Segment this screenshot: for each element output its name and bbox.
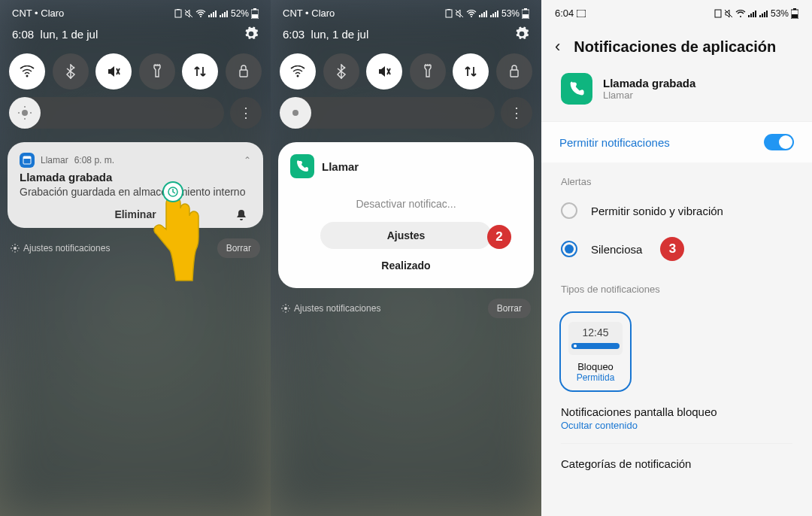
svg-rect-13	[252, 14, 258, 18]
qs-data[interactable]	[453, 53, 489, 90]
settings-icon[interactable]	[514, 26, 529, 41]
battery-level-icon	[522, 8, 529, 19]
row-title: Notificaciones pantalla bloqueo	[561, 405, 792, 418]
svg-rect-12	[253, 8, 256, 10]
svg-rect-5	[213, 12, 214, 17]
gear-icon	[281, 304, 290, 313]
chevron-up-icon[interactable]: ⌃	[244, 155, 251, 165]
svg-point-45	[740, 16, 741, 17]
qs-wifi[interactable]	[9, 53, 45, 90]
svg-point-42	[284, 307, 287, 310]
svg-rect-32	[490, 15, 492, 17]
brightness-slider-row: ⋮	[271, 97, 541, 138]
status-bar: CNT • Claro 52%	[0, 0, 271, 23]
notification-settings-link[interactable]: Ajustes notificaciones	[281, 303, 380, 314]
brightness-thumb[interactable]	[9, 97, 41, 129]
svg-point-23	[14, 247, 17, 250]
status-icons: 52%	[174, 8, 259, 19]
qs-flashlight[interactable]	[139, 53, 175, 90]
settings-option[interactable]: Ajustes 2	[320, 222, 492, 249]
qs-bluetooth[interactable]	[53, 53, 89, 90]
qs-mute[interactable]	[366, 53, 402, 90]
notification-categories-row[interactable]: Categorías de notificación	[541, 444, 812, 473]
notification-card[interactable]: Llamar 6:08 p. m. ⌃ Llamada grabada Grab…	[8, 142, 263, 228]
svg-point-41	[292, 110, 298, 116]
signal-icon	[479, 10, 488, 17]
row-title: Categorías de notificación	[561, 457, 792, 470]
allow-toggle[interactable]	[764, 134, 794, 150]
qs-bluetooth[interactable]	[323, 53, 359, 90]
qs-lock[interactable]	[226, 53, 262, 90]
svg-rect-38	[523, 14, 529, 18]
status-bar: 6:04 53%	[541, 0, 812, 23]
svg-rect-6	[215, 11, 217, 17]
step-badge-2: 2	[487, 225, 511, 249]
types-section-header: Tipos de notificaciones	[541, 270, 812, 301]
svg-rect-56	[792, 14, 798, 18]
card-header: Llamar	[290, 154, 522, 178]
time-row: 6:08 lun, 1 de jul	[0, 23, 271, 49]
radio-label: Silenciosa	[591, 243, 642, 256]
notification-actions: Eliminar	[20, 208, 251, 220]
notification-footer: Ajustes notificaciones Borrar	[0, 232, 271, 264]
wifi-icon	[735, 10, 746, 17]
mute-icon	[184, 9, 193, 18]
row-subtitle: Ocultar contenido	[561, 420, 792, 431]
app-info-text: Llamada grabada Llamar	[603, 77, 695, 101]
qs-data[interactable]	[182, 53, 218, 90]
svg-rect-49	[755, 11, 756, 17]
settings-icon[interactable]	[244, 26, 259, 41]
brightness-more-button[interactable]: ⋮	[230, 97, 262, 129]
svg-rect-25	[446, 10, 452, 17]
lockscreen-type-card[interactable]: 12:45 Bloqueo Permitida	[559, 311, 632, 392]
notification-title: Llamada grabada	[20, 171, 251, 184]
qs-flashlight[interactable]	[410, 53, 446, 90]
svg-rect-30	[483, 12, 485, 17]
brightness-more-button[interactable]: ⋮	[501, 97, 532, 129]
status-icons: 53%	[714, 8, 798, 19]
clear-button[interactable]: Borrar	[488, 299, 531, 318]
tap-indicator	[150, 192, 203, 282]
radio-label: Permitir sonido y vibración	[591, 205, 723, 217]
svg-rect-37	[524, 8, 527, 10]
disable-notifications-option[interactable]: Desactivar notificac...	[290, 189, 522, 216]
svg-rect-7	[220, 15, 221, 17]
brightness-thumb[interactable]	[280, 97, 311, 129]
signal-icon	[208, 10, 217, 17]
gear-icon	[11, 244, 20, 253]
battery-icon	[714, 9, 722, 18]
brightness-slider[interactable]	[9, 97, 224, 129]
done-option[interactable]: Realizado	[290, 249, 522, 278]
radio-button-selected[interactable]	[561, 241, 577, 257]
page-header: ‹ Notificaciones de aplicación	[541, 23, 812, 73]
qs-wifi[interactable]	[280, 53, 316, 90]
signal-icon	[748, 10, 757, 17]
svg-rect-52	[764, 12, 765, 17]
qs-mute[interactable]	[95, 53, 132, 90]
svg-point-39	[297, 75, 299, 77]
brightness-slider-row: ⋮	[0, 97, 271, 138]
lockscreen-notifications-row[interactable]: Notificaciones pantalla bloqueo Ocultar …	[541, 392, 812, 434]
qs-lock[interactable]	[496, 53, 532, 90]
battery-icon	[174, 9, 182, 18]
notification-settings-link[interactable]: Ajustes notificaciones	[11, 243, 110, 253]
svg-rect-0	[175, 10, 181, 17]
preview-time: 12:45	[571, 326, 620, 338]
brightness-slider[interactable]	[280, 97, 495, 129]
mute-icon	[724, 9, 733, 18]
svg-rect-26	[447, 9, 450, 10]
radio-silent[interactable]: Silenciosa 3	[541, 228, 812, 270]
svg-rect-47	[750, 14, 752, 17]
svg-rect-22	[23, 156, 31, 159]
radio-button-unselected[interactable]	[561, 202, 577, 219]
clear-button[interactable]: Borrar	[217, 238, 260, 258]
svg-rect-31	[486, 11, 487, 17]
svg-point-14	[26, 75, 29, 77]
back-button[interactable]: ‹	[555, 37, 560, 56]
svg-rect-46	[748, 15, 750, 17]
svg-rect-55	[793, 8, 796, 10]
radio-sound-vibration[interactable]: Permitir sonido y vibración	[541, 193, 812, 228]
step-badge-3: 3	[660, 237, 684, 261]
bell-icon[interactable]	[235, 208, 248, 222]
battery-percent: 53%	[771, 8, 789, 19]
